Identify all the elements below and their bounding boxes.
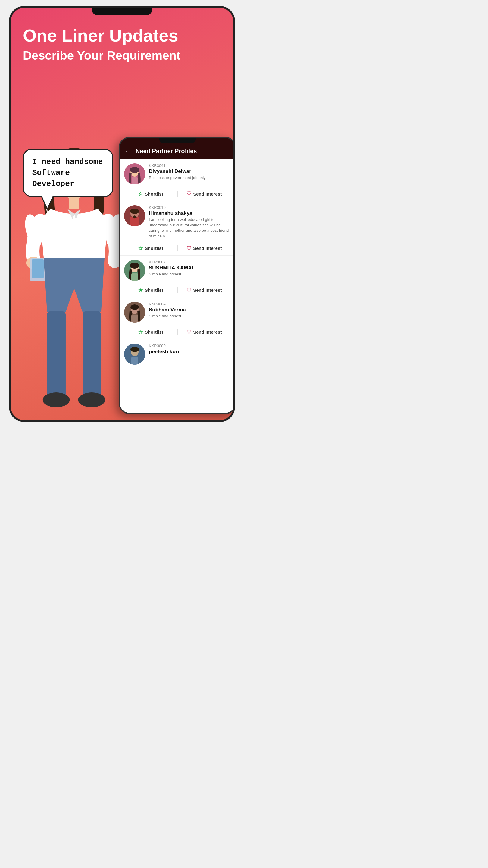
svg-rect-8 <box>83 311 101 399</box>
profile-bio-1: Business or government job only <box>149 175 231 181</box>
svg-point-27 <box>130 304 139 310</box>
speech-bubble: I need handsomeSoftware Developer <box>23 149 113 197</box>
send-interest-btn-4[interactable]: ♡ Send Interest <box>178 329 231 336</box>
svg-point-9 <box>43 393 70 407</box>
shortlist-label-1: Shortlist <box>145 191 163 196</box>
shortlist-btn-1[interactable]: ☆ Shortlist <box>124 190 177 197</box>
profile-id-2: KKR3010 <box>149 205 231 210</box>
svg-rect-7 <box>47 311 66 399</box>
profile-bio-4: Simple and honest.. <box>149 313 231 319</box>
send-interest-label-2: Send Interest <box>193 246 222 251</box>
profile-name-5: peetesh kori <box>149 349 231 355</box>
star-filled-icon-3: ★ <box>138 287 143 293</box>
profile-name-4: Subham Verma <box>149 307 231 313</box>
send-interest-label-1: Send Interest <box>193 191 222 196</box>
shortlist-label-2: Shortlist <box>145 246 163 251</box>
heart-icon-1: ♡ <box>187 190 191 197</box>
star-icon-2: ☆ <box>138 245 143 252</box>
hero-title: One Liner Updates <box>23 26 221 45</box>
back-button[interactable]: ← <box>125 147 131 155</box>
profile-name-1: Divyanshi Delwar <box>149 168 231 175</box>
svg-point-31 <box>130 347 139 352</box>
svg-point-19 <box>130 209 139 214</box>
heart-icon-2: ♡ <box>187 245 191 252</box>
svg-rect-3 <box>69 195 79 209</box>
svg-point-23 <box>130 262 139 269</box>
heart-icon-4: ♡ <box>187 329 191 336</box>
svg-rect-16 <box>132 177 138 184</box>
app-header-title: Need Partner Profiles <box>135 148 197 155</box>
profile-bio-3: Simple and honest... <box>149 272 231 277</box>
shortlist-btn-4[interactable]: ☆ Shortlist <box>124 329 177 336</box>
svg-rect-32 <box>131 357 138 365</box>
send-interest-label-4: Send Interest <box>193 330 222 335</box>
profile-id-4: KKR3004 <box>149 302 231 306</box>
avatar-peetesh <box>124 344 145 365</box>
avatar-divyanshi <box>124 163 145 184</box>
shortlist-label-4: Shortlist <box>145 330 163 335</box>
inner-phone-notch <box>159 138 195 143</box>
profile-item-3[interactable]: KKR3007 SUSHMITA KAMAL Simple and honest… <box>120 255 235 298</box>
outer-phone-notch <box>92 8 152 15</box>
profile-item-4[interactable]: KKR3004 Subham Verma Simple and honest..… <box>120 298 235 339</box>
profile-list: KKR3041 Divyanshi Delwar Business or gov… <box>120 159 235 413</box>
shortlist-btn-2[interactable]: ☆ Shortlist <box>124 245 177 252</box>
profile-item-2[interactable]: KKR3010 Himanshu shakya I am looking for… <box>120 201 235 255</box>
send-interest-btn-1[interactable]: ♡ Send Interest <box>178 190 231 197</box>
svg-rect-20 <box>131 218 138 226</box>
speech-text: I need handsomeSoftware Developer <box>32 157 103 188</box>
svg-rect-28 <box>131 315 138 323</box>
profile-id-3: KKR3007 <box>149 260 231 264</box>
send-interest-btn-2[interactable]: ♡ Send Interest <box>178 245 231 252</box>
svg-point-10 <box>78 393 105 407</box>
send-interest-btn-3[interactable]: ♡ Send Interest <box>178 287 231 293</box>
hero-section: One Liner Updates Describe Your Requirem… <box>11 8 233 75</box>
send-interest-label-3: Send Interest <box>193 287 222 293</box>
avatar-subham <box>124 302 145 323</box>
star-icon-1: ☆ <box>138 190 143 197</box>
outer-phone: One Liner Updates Describe Your Requirem… <box>9 6 235 422</box>
avatar-himanshu <box>124 205 145 226</box>
svg-point-15 <box>130 167 139 173</box>
shortlist-label-3: Shortlist <box>145 287 163 293</box>
profile-name-2: Himanshu shakya <box>149 210 231 216</box>
profile-item-5[interactable]: KKR3000 peetesh kori <box>120 339 235 368</box>
inner-phone: ← Need Partner Profiles <box>119 137 235 414</box>
profile-id-1: KKR3041 <box>149 163 231 168</box>
svg-rect-24 <box>131 273 138 281</box>
shortlist-btn-3[interactable]: ★ Shortlist <box>124 287 177 293</box>
svg-rect-6 <box>32 259 44 278</box>
profile-id-5: KKR3000 <box>149 344 231 348</box>
bottom-section: I need handsomeSoftware Developer <box>11 131 233 420</box>
profile-name-3: SUSHMITA KAMAL <box>149 265 231 271</box>
profile-bio-2: I am looking for a well educated girl to… <box>149 217 231 239</box>
heart-icon-3: ♡ <box>187 287 191 293</box>
profile-item-1[interactable]: KKR3041 Divyanshi Delwar Business or gov… <box>120 159 235 201</box>
star-icon-4: ☆ <box>138 329 143 336</box>
hero-subtitle: Describe Your Requirement <box>23 48 221 63</box>
avatar-sushmita <box>124 260 145 281</box>
